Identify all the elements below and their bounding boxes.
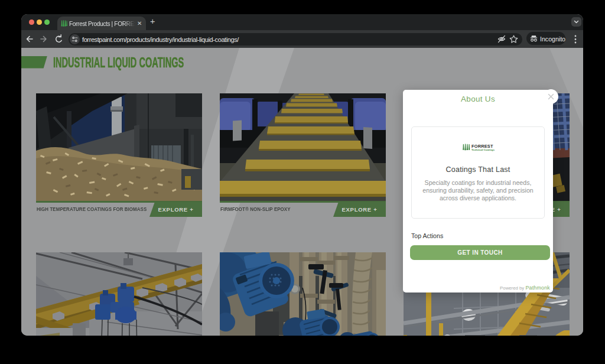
svg-text:Technical Coatings: Technical Coatings — [471, 148, 495, 151]
